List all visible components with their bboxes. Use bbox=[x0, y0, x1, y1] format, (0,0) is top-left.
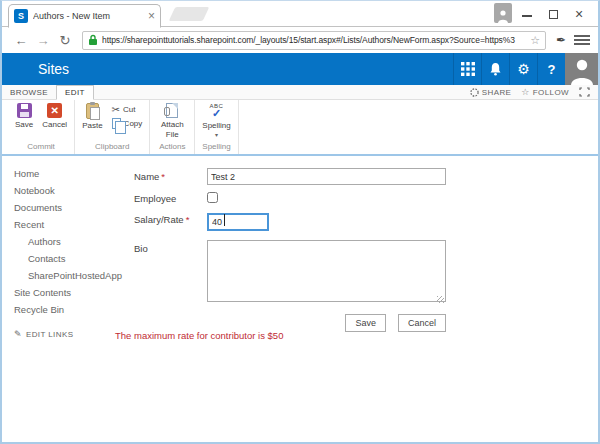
tab-close-icon[interactable]: × bbox=[148, 9, 155, 23]
nav-item-authors[interactable]: Authors bbox=[14, 237, 134, 247]
notifications-bell-icon[interactable] bbox=[481, 53, 509, 85]
name-field[interactable] bbox=[207, 168, 446, 185]
new-tab-button[interactable] bbox=[169, 7, 210, 21]
form-cancel-button[interactable]: Cancel bbox=[398, 314, 446, 332]
browser-tab[interactable]: S Authors - New Item × bbox=[8, 4, 161, 28]
person-icon bbox=[497, 9, 509, 23]
nav-item-site-contents[interactable]: Site Contents bbox=[14, 288, 134, 298]
settings-gear-icon[interactable]: ⚙ bbox=[509, 53, 537, 85]
page-content: Home Notebook Documents Recent Authors C… bbox=[2, 156, 598, 440]
share-icon bbox=[470, 88, 479, 97]
text-caret bbox=[224, 214, 225, 226]
salary-field[interactable] bbox=[207, 213, 269, 231]
nav-item-recent[interactable]: Recent bbox=[14, 220, 134, 230]
window-close-button[interactable]: × bbox=[566, 6, 592, 22]
paste-icon bbox=[86, 103, 99, 119]
share-button[interactable]: SHARE bbox=[470, 88, 512, 97]
paste-label: Paste bbox=[82, 121, 102, 130]
nav-item-sharepointhostedapp[interactable]: SharePointHostedApp bbox=[14, 271, 134, 281]
person-icon bbox=[569, 57, 595, 85]
url-text: https://sharepointtutorials.sharepoint.c… bbox=[102, 35, 527, 45]
cut-scissors-icon: ✂ bbox=[112, 104, 120, 115]
browser-profile-icon[interactable] bbox=[494, 3, 512, 23]
ribbon-tab-row: BROWSE EDIT SHARE ☆ FOLLOW bbox=[2, 85, 598, 100]
back-icon[interactable]: ← bbox=[10, 33, 32, 48]
ribbon-tab-actions: SHARE ☆ FOLLOW bbox=[470, 87, 598, 99]
employee-field-label: Employee bbox=[134, 190, 207, 204]
follow-button[interactable]: ☆ FOLLOW bbox=[521, 87, 569, 97]
tab-edit[interactable]: EDIT bbox=[56, 85, 94, 100]
nav-item-notebook[interactable]: Notebook bbox=[14, 186, 134, 196]
save-button[interactable]: Save bbox=[15, 103, 33, 129]
help-icon[interactable]: ? bbox=[537, 53, 565, 85]
attach-file-label: Attach File bbox=[157, 120, 187, 139]
suite-bar: Sites ⚙ ? bbox=[2, 53, 598, 85]
bio-field[interactable] bbox=[207, 240, 446, 302]
salary-field-label: Salary/Rate* bbox=[134, 211, 207, 231]
group-label-clipboard: Clipboard bbox=[82, 140, 142, 154]
save-icon bbox=[17, 103, 32, 118]
cancel-icon: ✕ bbox=[47, 103, 62, 118]
spelling-label: Spelling bbox=[202, 121, 230, 130]
ribbon-group-actions: Attach File Actions bbox=[150, 100, 195, 154]
cut-button[interactable]: ✂ Cut bbox=[112, 104, 143, 115]
reload-icon[interactable]: ↻ bbox=[54, 33, 76, 48]
ribbon-group-clipboard: Paste ✂ Cut Copy Clipboard bbox=[75, 100, 150, 154]
app-launcher-icon[interactable] bbox=[453, 53, 481, 85]
browser-titlebar: S Authors - New Item × × bbox=[2, 1, 598, 27]
group-label-commit: Commit bbox=[15, 140, 67, 154]
group-label-actions: Actions bbox=[157, 140, 187, 154]
name-field-label: Name* bbox=[134, 168, 207, 185]
focus-mode-icon[interactable] bbox=[579, 87, 590, 97]
copy-icon bbox=[112, 118, 121, 129]
nav-item-contacts[interactable]: Contacts bbox=[14, 254, 134, 264]
site-title[interactable]: Sites bbox=[38, 61, 69, 77]
form-save-button[interactable]: Save bbox=[345, 314, 386, 332]
pencil-icon: ✎ bbox=[14, 329, 22, 339]
browser-menu-icon[interactable] bbox=[574, 33, 590, 47]
browser-window: S Authors - New Item × × ← → ↻ https://s… bbox=[0, 0, 600, 444]
forward-icon[interactable]: → bbox=[32, 33, 54, 48]
employee-checkbox[interactable] bbox=[207, 192, 218, 203]
nav-item-home[interactable]: Home bbox=[14, 169, 134, 179]
address-bar[interactable]: https://sharepointtutorials.sharepoint.c… bbox=[82, 31, 546, 50]
ribbon-group-spelling: ABC ✓ Spelling ▾ Spelling bbox=[195, 100, 238, 154]
ribbon: Save ✕ Cancel Commit Paste ✂ Cut bbox=[2, 100, 598, 156]
left-navigation: Home Notebook Documents Recent Authors C… bbox=[2, 156, 134, 440]
minimize-button[interactable] bbox=[514, 5, 540, 23]
dropdown-arrow-icon: ▾ bbox=[215, 132, 218, 138]
validation-error-message: The maximum rate for contributor is $50 bbox=[115, 330, 283, 341]
lock-icon bbox=[88, 34, 98, 46]
attach-file-icon bbox=[166, 103, 178, 118]
bio-field-label: Bio bbox=[134, 240, 207, 306]
nav-item-recycle-bin[interactable]: Recycle Bin bbox=[14, 305, 134, 315]
copy-button[interactable]: Copy bbox=[112, 118, 143, 129]
spelling-button[interactable]: ABC ✓ Spelling ▾ bbox=[202, 103, 230, 138]
tab-browse[interactable]: BROWSE bbox=[2, 86, 56, 99]
bookmark-star-icon[interactable]: ☆ bbox=[530, 34, 540, 47]
user-avatar[interactable] bbox=[565, 53, 598, 85]
resize-grip-icon[interactable] bbox=[437, 296, 444, 303]
window-controls: × bbox=[514, 1, 592, 27]
browser-toolbar: ← → ↻ https://sharepointtutorials.sharep… bbox=[2, 27, 598, 53]
copy-label: Copy bbox=[124, 119, 143, 128]
follow-star-icon: ☆ bbox=[521, 87, 529, 97]
sharepoint-favicon-icon: S bbox=[14, 9, 28, 23]
cancel-button[interactable]: ✕ Cancel bbox=[42, 103, 67, 129]
suite-bar-icons: ⚙ ? bbox=[453, 53, 598, 85]
extension-icon[interactable]: ✒ bbox=[552, 33, 570, 47]
attach-file-button[interactable]: Attach File bbox=[157, 103, 187, 139]
spelling-icon: ABC ✓ bbox=[210, 103, 224, 119]
share-label: SHARE bbox=[482, 88, 512, 97]
follow-label: FOLLOW bbox=[533, 88, 569, 97]
nav-item-documents[interactable]: Documents bbox=[14, 203, 134, 213]
paste-button[interactable]: Paste bbox=[82, 103, 102, 130]
group-label-spelling: Spelling bbox=[202, 140, 230, 154]
ribbon-group-commit: Save ✕ Cancel Commit bbox=[8, 100, 75, 154]
maximize-button[interactable] bbox=[540, 5, 566, 23]
cut-label: Cut bbox=[123, 105, 135, 114]
save-label: Save bbox=[15, 120, 33, 129]
tab-title: Authors - New Item bbox=[33, 11, 144, 21]
edit-links-label: EDIT LINKS bbox=[26, 330, 73, 339]
cancel-label: Cancel bbox=[42, 120, 67, 129]
